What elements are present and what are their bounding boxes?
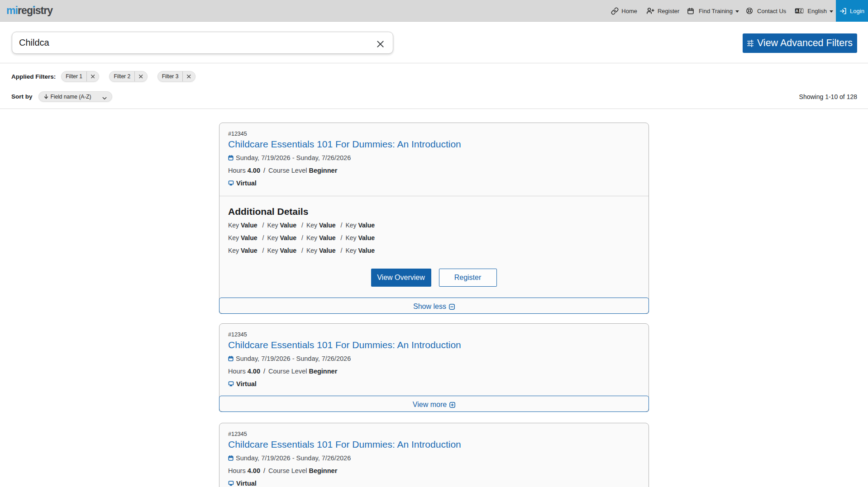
svg-text:A: A: [796, 9, 798, 13]
